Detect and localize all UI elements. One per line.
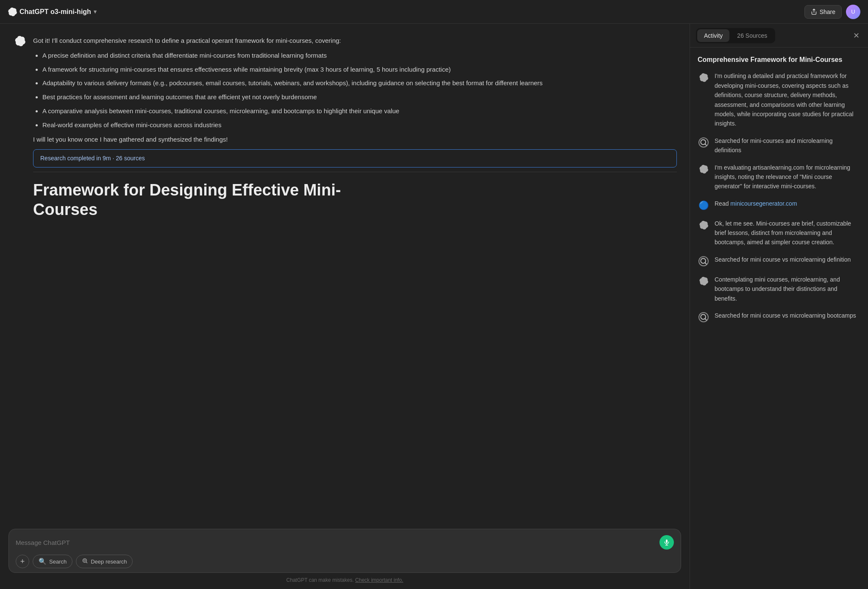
activity-text-3: I'm evaluating artisanlearning.com for m… — [715, 163, 860, 191]
activity-item: Searched for mini course vs microlearnin… — [698, 255, 860, 267]
disclaimer-text: ChatGPT can make mistakes. — [287, 577, 356, 583]
main-layout: Got it! I'll conduct comprehensive resea… — [0, 24, 868, 589]
share-button[interactable]: Share — [804, 5, 842, 19]
panel-title-text: Comprehensive Framework for Mini-Courses — [698, 56, 842, 63]
disclaimer-link[interactable]: Check important info. — [355, 577, 403, 583]
search-activity-icon — [698, 137, 709, 148]
activity-item: Searched for mini course vs microlearnin… — [698, 311, 860, 323]
activity-item: 🔵 Read minicoursegenerator.com — [698, 199, 860, 211]
activity-text-2: Searched for mini-courses and microlearn… — [715, 136, 860, 155]
activity-text-7: Contemplating mini courses, microlearnin… — [715, 275, 860, 303]
activity-item: Searched for mini-courses and microlearn… — [698, 136, 860, 155]
topbar-right: Share U — [804, 5, 860, 19]
tab-sources[interactable]: 26 Sources — [730, 29, 774, 42]
add-icon: + — [20, 557, 25, 566]
research-completed-bar: Research completed in 9m · 26 sources — [33, 149, 677, 167]
panel-content[interactable]: Comprehensive Framework for Mini-Courses… — [690, 47, 868, 589]
message-content: Got it! I'll conduct comprehensive resea… — [33, 34, 677, 222]
chat-scroll[interactable]: Got it! I'll conduct comprehensive resea… — [0, 24, 690, 524]
chatgpt-activity-icon-3 — [698, 219, 709, 231]
globe-activity-icon: 🔵 — [698, 199, 709, 211]
list-item: Adaptability to various delivery formats… — [42, 78, 677, 89]
research-status-text: Research completed in 9m · 26 sources — [40, 155, 145, 162]
topbar: ChatGPT o3-mini-high ▾ Share U — [0, 0, 868, 24]
activity-text-5: Ok, let me see. Mini-courses are brief, … — [715, 219, 860, 247]
search-circle-icon — [698, 137, 709, 148]
avatar[interactable]: U — [846, 5, 860, 19]
globe-icon: 🔵 — [698, 200, 709, 210]
model-selector[interactable]: ChatGPT o3-mini-high ▾ — [8, 7, 97, 17]
input-text-row: Message ChatGPT — [16, 535, 674, 550]
activity-text-4: Read minicoursegenerator.com — [715, 199, 860, 208]
section-heading: Framework for Designing Effective Mini-C… — [33, 181, 677, 219]
disclaimer: ChatGPT can make mistakes. Check importa… — [8, 577, 681, 583]
svg-point-3 — [83, 559, 87, 563]
chatgpt-activity-icon — [698, 72, 709, 84]
activity-text-8: Searched for mini course vs microlearnin… — [715, 311, 860, 320]
chat-area: Got it! I'll conduct comprehensive resea… — [0, 24, 690, 589]
tab-group: Activity 26 Sources — [696, 28, 775, 43]
message-intro: Got it! I'll conduct comprehensive resea… — [33, 36, 677, 46]
message-closing: I will let you know once I have gathered… — [33, 134, 677, 145]
input-bottom-row: + 🔍 Search D — [16, 555, 674, 568]
list-item: Real-world examples of effective mini-co… — [42, 120, 677, 131]
svg-point-4 — [84, 560, 86, 561]
bullet-list: A precise definition and distinct criter… — [33, 50, 677, 131]
list-item: Best practices for assessment and learni… — [42, 92, 677, 103]
tab-activity-label: Activity — [704, 32, 723, 39]
message-input[interactable]: Message ChatGPT — [16, 539, 70, 546]
source-link-minicoursegenerator[interactable]: minicoursegenerator.com — [730, 200, 797, 207]
deep-research-icon — [82, 558, 88, 565]
panel-header: Activity 26 Sources ✕ — [690, 24, 868, 47]
message-row: Got it! I'll conduct comprehensive resea… — [13, 34, 677, 222]
svg-rect-0 — [666, 539, 668, 543]
chatgpt-avatar-icon — [13, 34, 27, 48]
tab-activity[interactable]: Activity — [697, 29, 729, 42]
search-activity-icon-3 — [698, 311, 709, 323]
chatgpt-logo-icon — [8, 7, 17, 17]
close-icon: ✕ — [853, 31, 860, 40]
search-circle-icon-2 — [698, 256, 709, 266]
list-item: A comparative analysis between mini-cour… — [42, 106, 677, 117]
activity-item: I'm outlining a detailed and practical f… — [698, 71, 860, 128]
share-label: Share — [820, 8, 835, 15]
activity-item: I'm evaluating artisanlearning.com for m… — [698, 163, 860, 191]
add-attachment-button[interactable]: + — [16, 555, 29, 568]
model-chevron-icon: ▾ — [94, 8, 97, 15]
chatgpt-activity-icon-2 — [698, 163, 709, 175]
model-name-label: ChatGPT o3-mini-high — [19, 8, 91, 16]
activity-text-1: I'm outlining a detailed and practical f… — [715, 71, 860, 128]
tab-sources-label: 26 Sources — [737, 32, 767, 39]
list-item: A framework for structuring mini-courses… — [42, 64, 677, 75]
right-panel: Activity 26 Sources ✕ Comprehensive Fram… — [690, 24, 868, 589]
search-tool-icon: 🔍 — [39, 558, 47, 565]
chatgpt-activity-icon-4 — [698, 275, 709, 287]
heading-line1: Framework for Designing Effective Mini-C… — [33, 181, 341, 218]
search-tool-label: Search — [49, 558, 67, 565]
avatar-initials: U — [851, 8, 855, 15]
share-icon — [811, 8, 817, 15]
section-divider — [33, 172, 677, 172]
mic-button[interactable] — [659, 535, 674, 550]
activity-item: Contemplating mini courses, microlearnin… — [698, 275, 860, 303]
topbar-left: ChatGPT o3-mini-high ▾ — [8, 7, 97, 17]
input-box: Message ChatGPT + — [8, 529, 681, 573]
close-panel-button[interactable]: ✕ — [850, 30, 862, 42]
search-circle-icon-3 — [698, 312, 709, 322]
activity-text-6: Searched for mini course vs microlearnin… — [715, 255, 860, 264]
input-area: Message ChatGPT + — [0, 524, 690, 589]
activity-item: Ok, let me see. Mini-courses are brief, … — [698, 219, 860, 247]
panel-title: Comprehensive Framework for Mini-Courses — [698, 55, 860, 64]
deep-research-label: Deep research — [91, 558, 127, 565]
deep-research-button[interactable]: Deep research — [76, 555, 133, 568]
search-tool-button[interactable]: 🔍 Search — [33, 555, 72, 568]
list-item: A precise definition and distinct criter… — [42, 50, 677, 61]
mic-icon — [663, 539, 670, 546]
search-activity-icon-2 — [698, 255, 709, 267]
